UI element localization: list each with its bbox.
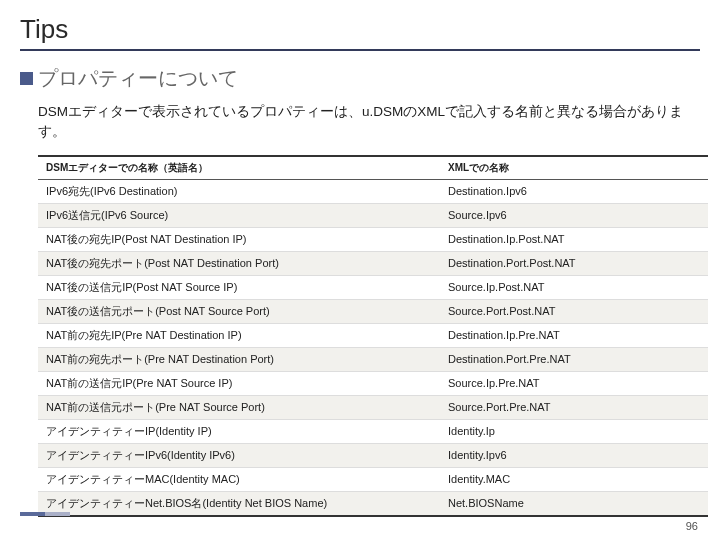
cell-xml-name: Identity.MAC [440,467,708,491]
table-body: IPv6宛先(IPv6 Destination)Destination.Ipv6… [38,179,708,516]
cell-dsm-name: NAT後の宛先ポート(Post NAT Destination Port) [38,251,440,275]
table-row: アイデンティティーIPv6(Identity IPv6)Identity.Ipv… [38,443,708,467]
section-title: プロパティーについて [38,65,238,92]
table-row: NAT前の宛先IP(Pre NAT Destination IP)Destina… [38,323,708,347]
table-row: IPv6送信元(IPv6 Source)Source.Ipv6 [38,203,708,227]
cell-dsm-name: NAT後の送信元ポート(Post NAT Source Port) [38,299,440,323]
description-text: DSMエディターで表示されているプロパティーは、u.DSMのXMLで記入する名前… [38,102,700,143]
cell-dsm-name: NAT前の宛先ポート(Pre NAT Destination Port) [38,347,440,371]
cell-dsm-name: NAT後の宛先IP(Post NAT Destination IP) [38,227,440,251]
cell-xml-name: Destination.Port.Post.NAT [440,251,708,275]
table-header-left: DSMエディターでの名称（英語名） [38,156,440,180]
table-row: NAT前の送信元ポート(Pre NAT Source Port)Source.P… [38,395,708,419]
cell-xml-name: Identity.Ip [440,419,708,443]
cell-xml-name: Destination.Ip.Post.NAT [440,227,708,251]
cell-xml-name: Source.Ipv6 [440,203,708,227]
cell-dsm-name: NAT前の送信元ポート(Pre NAT Source Port) [38,395,440,419]
page-title: Tips [20,14,700,45]
table-row: NAT後の宛先IP(Post NAT Destination IP)Destin… [38,227,708,251]
title-underline [20,49,700,51]
square-bullet-icon [20,72,33,85]
cell-dsm-name: アイデンティティーIP(Identity IP) [38,419,440,443]
properties-table: DSMエディターでの名称（英語名） XMLでの名称 IPv6宛先(IPv6 De… [38,155,708,517]
cell-xml-name: Source.Ip.Pre.NAT [440,371,708,395]
table-row: IPv6宛先(IPv6 Destination)Destination.Ipv6 [38,179,708,203]
table-row: NAT後の宛先ポート(Post NAT Destination Port)Des… [38,251,708,275]
footer-accent-icon [20,512,70,516]
page-number: 96 [686,520,698,532]
table-row: NAT前の送信元IP(Pre NAT Source IP)Source.Ip.P… [38,371,708,395]
cell-dsm-name: NAT前の送信元IP(Pre NAT Source IP) [38,371,440,395]
cell-xml-name: Net.BIOSName [440,491,708,516]
table-row: NAT後の送信元ポート(Post NAT Source Port)Source.… [38,299,708,323]
cell-xml-name: Source.Port.Pre.NAT [440,395,708,419]
table-header-row: DSMエディターでの名称（英語名） XMLでの名称 [38,156,708,180]
table-row: アイデンティティーNet.BIOS名(Identity Net BIOS Nam… [38,491,708,516]
section-header: プロパティーについて [20,65,700,92]
cell-xml-name: Identity.Ipv6 [440,443,708,467]
table-row: アイデンティティーIP(Identity IP)Identity.Ip [38,419,708,443]
cell-dsm-name: IPv6送信元(IPv6 Source) [38,203,440,227]
table-row: NAT前の宛先ポート(Pre NAT Destination Port)Dest… [38,347,708,371]
table-header-right: XMLでの名称 [440,156,708,180]
cell-dsm-name: アイデンティティーNet.BIOS名(Identity Net BIOS Nam… [38,491,440,516]
cell-xml-name: Source.Port.Post.NAT [440,299,708,323]
table-row: NAT後の送信元IP(Post NAT Source IP)Source.Ip.… [38,275,708,299]
cell-xml-name: Destination.Ip.Pre.NAT [440,323,708,347]
cell-dsm-name: アイデンティティーMAC(Identity MAC) [38,467,440,491]
cell-dsm-name: NAT後の送信元IP(Post NAT Source IP) [38,275,440,299]
cell-xml-name: Destination.Port.Pre.NAT [440,347,708,371]
table-row: アイデンティティーMAC(Identity MAC)Identity.MAC [38,467,708,491]
cell-dsm-name: NAT前の宛先IP(Pre NAT Destination IP) [38,323,440,347]
cell-xml-name: Destination.Ipv6 [440,179,708,203]
cell-dsm-name: アイデンティティーIPv6(Identity IPv6) [38,443,440,467]
cell-xml-name: Source.Ip.Post.NAT [440,275,708,299]
cell-dsm-name: IPv6宛先(IPv6 Destination) [38,179,440,203]
